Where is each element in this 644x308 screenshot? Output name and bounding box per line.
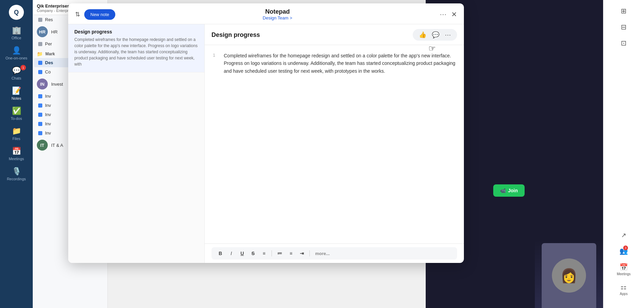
channel-label: Des [45, 60, 53, 65]
toolbar-separator [272, 250, 272, 256]
svg-text:Q: Q [14, 9, 19, 16]
sidebar-item-label: Meetings [9, 157, 24, 161]
meetings-icon: 📅 [12, 147, 21, 156]
grid-view-icon[interactable]: ⊞ [619, 4, 628, 19]
folder-icon: 📁 [37, 51, 43, 57]
channel-dot [38, 103, 42, 108]
sort-icon[interactable]: ⇅ [75, 11, 80, 18]
person-name: IT & A [51, 143, 63, 148]
note-list-title: Design progress [74, 29, 198, 34]
note-text: Completed wireframes for the homepage re… [224, 52, 456, 75]
group-icon[interactable]: 👥 3 [618, 244, 629, 259]
sidebar-item-label: One-on-ones [5, 56, 27, 60]
note-toolbar: B I U S ≡ ≔ ≡ ⇥ more... [205, 243, 464, 263]
like-action-button[interactable]: 👍 [417, 31, 428, 39]
more-toolbar-button[interactable]: more... [312, 250, 333, 257]
sidebar-item-label: Office [12, 36, 21, 40]
underline-button[interactable]: U [237, 249, 247, 257]
channel-dot [38, 18, 42, 22]
person-name: Invest [51, 82, 63, 87]
toolbar-inner: B I U S ≡ ≔ ≡ ⇥ more... [211, 247, 457, 260]
close-button[interactable]: ✕ [451, 10, 457, 18]
sidebar-item-recordings[interactable]: 🎙️ Recordings [3, 164, 30, 184]
sidebar-item-label: Recordings [7, 177, 26, 181]
notepad-header-right: ⋯ ✕ [440, 10, 457, 18]
channel-label: Res [45, 17, 53, 22]
notepad-title: Notepad [263, 8, 292, 15]
bold-button[interactable]: B [216, 249, 225, 257]
unordered-list-button[interactable]: ≡ [286, 249, 296, 257]
full-view-icon[interactable]: ⊡ [619, 36, 628, 51]
channel-label: Per [45, 41, 52, 46]
channel-dot [38, 122, 42, 126]
sidebar: Q 🏢 Office 👤 One-on-ones 💬 Chats 1 📝 Not… [0, 0, 33, 308]
channel-dot [38, 131, 42, 135]
channel-dot [38, 70, 42, 74]
sidebar-item-label: To-dos [11, 116, 22, 121]
channel-dot [38, 94, 42, 98]
channel-label: Inv [45, 112, 51, 117]
one-on-ones-icon: 👤 [12, 46, 21, 55]
sidebar-item-todos[interactable]: ✅ To-dos [3, 104, 30, 123]
more-action-button[interactable]: ⋯ [443, 31, 453, 39]
app-logo[interactable]: Q [8, 4, 25, 20]
channel-label: Inv [45, 94, 51, 99]
notes-list-panel: Design progress Completed wireframes for… [68, 24, 205, 263]
apps-bottom-icon[interactable]: ⚏ Apps [618, 280, 629, 298]
sidebar-item-meetings[interactable]: 📅 Meetings [3, 144, 30, 164]
strikethrough-button[interactable]: S [248, 249, 258, 257]
avatar-invest: IN [37, 79, 48, 89]
sidebar-item-notes[interactable]: 📝 Notes [3, 84, 30, 103]
note-editor-content[interactable]: 1 Completed wireframes for the homepage … [205, 45, 464, 243]
notepad-body: Design progress Completed wireframes for… [68, 24, 464, 263]
notepad-header: ⇅ New note Notepad Design Team > ⋯ ✕ [68, 3, 464, 24]
channel-dot [38, 113, 42, 117]
meetings-bottom-icon[interactable]: 📅 Meetings [615, 260, 632, 279]
sidebar-item-one-on-ones[interactable]: 👤 One-on-ones [3, 43, 30, 63]
video-icon: 📹 [500, 188, 506, 193]
sidebar-item-label: Chats [12, 76, 21, 80]
toolbar-separator-2 [309, 250, 310, 256]
channel-dot [38, 61, 42, 65]
comment-action-button[interactable]: 💬 [430, 31, 441, 39]
channel-label: Inv [45, 103, 51, 108]
join-button[interactable]: 📹 Join [493, 184, 525, 197]
note-editor-title: Design progress [211, 31, 260, 39]
todos-icon: ✅ [12, 107, 21, 115]
notepad-subtitle[interactable]: Design Team > [263, 15, 292, 20]
sidebar-item-label: Files [12, 137, 20, 141]
sidebar-item-files[interactable]: 📁 Files [3, 124, 30, 143]
align-button[interactable]: ≡ [259, 249, 269, 257]
sidebar-item-office[interactable]: 🏢 Office [3, 23, 30, 43]
apps-bottom-label: Apps [620, 292, 628, 296]
recordings-icon: 🎙️ [12, 167, 21, 176]
new-note-button[interactable]: New note [84, 9, 115, 20]
channel-dot [38, 42, 42, 46]
note-list-preview: Completed wireframes for the homepage re… [74, 37, 198, 67]
split-view-icon[interactable]: ⊟ [619, 20, 628, 35]
right-panel-bottom: ↗ 👥 3 📅 Meetings ⚏ Apps [603, 229, 644, 304]
chats-icon: 💬 [12, 66, 21, 75]
more-options-icon[interactable]: ⋯ [440, 10, 447, 18]
italic-button[interactable]: I [226, 249, 236, 257]
person-name: HR [51, 29, 58, 34]
ordered-list-button[interactable]: ≔ [275, 249, 285, 257]
notepad-title-area: Notepad Design Team > [263, 8, 292, 20]
note-list-item[interactable]: Design progress Completed wireframes for… [68, 24, 204, 72]
right-panel: ⊞ ⊟ ⊡ ↗ 👥 3 📅 Meetings ⚏ Apps [603, 0, 644, 308]
note-editor-actions: 👍 💬 ⋯ [413, 29, 457, 41]
indent-button[interactable]: ⇥ [297, 249, 307, 257]
sidebar-item-chats[interactable]: 💬 Chats 1 [3, 64, 30, 83]
note-line: 1 Completed wireframes for the homepage … [213, 52, 456, 75]
channel-label: Inv [45, 130, 51, 136]
avatar-hr: HR [37, 26, 48, 37]
group-name: Mark [45, 52, 55, 56]
note-editor-header: Design progress 👍 💬 ⋯ [205, 24, 464, 45]
notepad-modal: ⇅ New note Notepad Design Team > ⋯ ✕ Des… [68, 3, 464, 263]
join-label: Join [508, 188, 518, 193]
share-icon[interactable]: ↗ [620, 229, 628, 243]
files-icon: 📁 [12, 127, 21, 136]
notepad-header-left: ⇅ New note [75, 9, 115, 20]
channel-label: Inv [45, 121, 51, 126]
chats-badge: 1 [20, 65, 26, 70]
